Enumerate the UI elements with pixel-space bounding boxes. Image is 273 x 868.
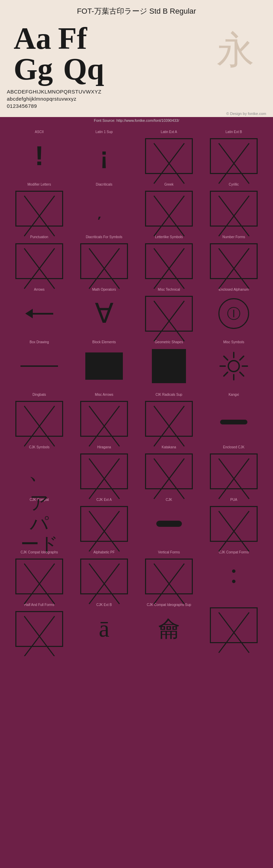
- placeholder-modifier: [15, 191, 63, 227]
- label-misctech: Misc Technical: [158, 288, 180, 291]
- cell-misctech: Misc Technical: [136, 285, 201, 337]
- preview-row-2: Gg Qq: [14, 54, 212, 85]
- placeholder-dingbats: [15, 401, 63, 437]
- arrow-head: [25, 309, 33, 318]
- placeholder-numberforms: [210, 243, 258, 279]
- content-cjkexta: [78, 503, 131, 544]
- content-latinextb: [207, 135, 260, 176]
- cell-cjkexta: CJK Ext A: [72, 495, 136, 548]
- content-dingbats: [13, 398, 66, 439]
- content-cjk: [143, 503, 196, 544]
- cell-vertforms: Vertical Forms: [136, 548, 201, 600]
- content-cyrillic: [207, 188, 260, 229]
- preview-char-ff: Ff: [58, 23, 87, 54]
- content-ascii: !: [13, 135, 66, 176]
- preview-area: Aa Ff Gg Qq 永: [7, 20, 266, 88]
- label-cjkcompatideo: CJK Compat Ideographs: [20, 550, 58, 554]
- content-greek: [143, 188, 196, 229]
- alphabet-lower: abcdefghijklmnopqrstuvwxyz: [7, 95, 266, 102]
- placeholder-empty: [210, 607, 258, 643]
- cell-latinexta: Latin Ext A: [136, 127, 201, 180]
- svg-line-6: [240, 372, 244, 376]
- content-cikrad: [143, 398, 196, 439]
- content-enccjk: [207, 451, 260, 492]
- placeholder-katakana: [145, 453, 193, 489]
- header-section: FOT-万葉古印ラージ Std B Regular Aa Ff Gg Qq 永: [0, 0, 273, 88]
- cell-block: Block Elements: [72, 337, 136, 390]
- cell-numberforms: Number Forms: [201, 232, 266, 285]
- kanji-area: 永: [212, 23, 259, 76]
- content-katakana: [143, 451, 196, 492]
- alphabet-section: ABCDEFGHIJKLMNOPQRSTUVWXYZ abcdefghijklm…: [0, 88, 273, 111]
- svg-point-0: [228, 361, 239, 372]
- cell-hiragana: Hiragana: [72, 443, 136, 495]
- label-katakana: Katakana: [162, 445, 176, 449]
- two-dots: [232, 569, 235, 583]
- placeholder-miscarrows: [80, 401, 128, 437]
- cell-empty: [201, 600, 266, 653]
- cell-diacriticals: Diacriticals ̦: [72, 180, 136, 232]
- content-pua: [207, 503, 260, 544]
- content-boxdraw: [13, 346, 66, 387]
- label-enclosed: Enclosed Alphanum: [219, 288, 249, 291]
- placeholder-cyrillic: [210, 191, 258, 227]
- cell-punctuation: Punctuation: [7, 232, 72, 285]
- grid-row-2: Modifier Letters Diacriticals ̦ Greek Cy…: [7, 180, 266, 232]
- placeholder-punctuation: [15, 243, 63, 279]
- alphabet-upper: ABCDEFGHIJKLMNOPQRSTUVWXYZ: [7, 88, 266, 95]
- kanji-char: 永: [217, 29, 254, 71]
- grid-row-3: Punctuation Diacriticals For Symbols Let…: [7, 232, 266, 285]
- geo-square: [152, 349, 186, 383]
- boxdraw-line: [20, 365, 58, 367]
- content-cjkcompat: アパード: [13, 503, 66, 544]
- placeholder-vertforms: [145, 559, 193, 594]
- enc-circle: Ⓘ: [218, 298, 249, 329]
- label-hiragana: Hiragana: [97, 445, 111, 449]
- grid-row-10: Half And Full Forms CJK Ext B ā CJK Comp…: [7, 600, 266, 653]
- content-enclosed: Ⓘ: [207, 293, 260, 334]
- cell-modifier: Modifier Letters: [7, 180, 72, 232]
- cell-cyrillic: Cyrillic: [201, 180, 266, 232]
- font-title: FOT-万葉古印ラージ Std B Regular: [7, 3, 266, 20]
- label-diacriticals: Diacriticals: [96, 183, 112, 186]
- label-greek: Greek: [164, 183, 173, 186]
- cell-latinextb: Latin Ext B: [201, 127, 266, 180]
- content-geoshapes: [143, 346, 196, 387]
- content-halffull: [13, 608, 66, 649]
- cell-cjksym: CJK Symbols 、: [7, 443, 72, 495]
- content-latinexta: [143, 135, 196, 176]
- cell-miscsym: Misc Symbols: [201, 337, 266, 390]
- content-cjkextb: ā: [78, 608, 131, 649]
- cell-ascii: ASCII !: [7, 127, 72, 180]
- grid-row-8: CJK Compat アパード CJK Ext A CJK PUA: [7, 495, 266, 548]
- content-cjkcompatideosup: 龠: [143, 608, 196, 649]
- content-cjksym: 、: [13, 451, 66, 492]
- placeholder-alphabeticpf: [80, 559, 128, 594]
- cell-cjk: CJK: [136, 495, 201, 548]
- content-arrows: [13, 293, 66, 334]
- content-miscarrows: [78, 398, 131, 439]
- content-block: [78, 346, 131, 387]
- kangxi-dash: [220, 420, 247, 424]
- label-cyrillic: Cyrillic: [229, 183, 239, 186]
- svg-line-7: [240, 356, 244, 360]
- cjkcompatideosup-char: 龠: [158, 614, 180, 644]
- enc-inner: Ⓘ: [227, 304, 241, 323]
- cell-cikrad: CIK Radicals Sup: [136, 390, 201, 443]
- content-misctech: [143, 293, 196, 334]
- label-kangxi: Kangxi: [229, 393, 239, 396]
- cell-dingbats: Dingbats: [7, 390, 72, 443]
- content-punctuation: [13, 241, 66, 281]
- cell-pua: PUA: [201, 495, 266, 548]
- label-ascii: ASCII: [35, 130, 44, 134]
- preview-char-qq: Qq: [63, 54, 104, 85]
- content-modifier: [13, 188, 66, 229]
- placeholder-latinexta: [145, 138, 193, 174]
- label-cjkextb: CJK Ext B: [96, 603, 112, 607]
- label-numberforms: Number Forms: [222, 235, 245, 239]
- grid-row-5: Box Drawing Block Elements Geometric Sha…: [7, 337, 266, 390]
- content-latin1sup: ¡: [78, 135, 131, 176]
- label-boxdraw: Box Drawing: [30, 340, 49, 344]
- content-cjkcompatideo: [13, 556, 66, 597]
- grid-section: ASCII ! Latin 1 Sup ¡ Latin Ext A Latin …: [0, 124, 273, 656]
